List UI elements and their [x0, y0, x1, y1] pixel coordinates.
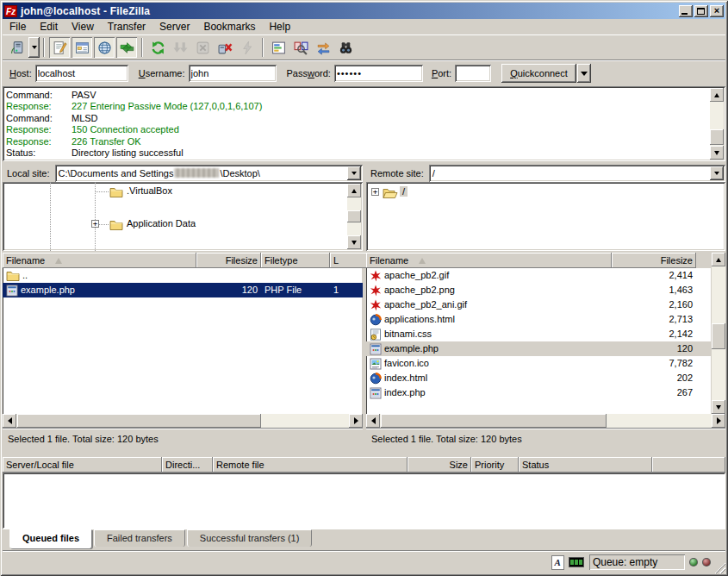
site-manager-icon: [10, 41, 25, 55]
scrollbar-thumb[interactable]: [347, 210, 361, 222]
maximize-button[interactable]: [694, 5, 708, 17]
toolbar-toggle-remote-tree-button[interactable]: [94, 37, 115, 58]
scroll-down-button[interactable]: [347, 235, 361, 249]
scroll-right-button[interactable]: [712, 414, 725, 428]
queue-list[interactable]: [3, 473, 725, 529]
scrollbar-thumb[interactable]: [710, 129, 724, 145]
scroll-down-button[interactable]: [712, 400, 725, 414]
column-header-filesize[interactable]: Filesize: [196, 253, 261, 268]
toolbar-filter-button[interactable]: [268, 37, 289, 58]
toolbar-toggle-queue-button[interactable]: [116, 37, 137, 58]
toolbar-sitemanager-dropdown[interactable]: [28, 37, 40, 58]
tab-successful-transfers-1-[interactable]: Successful transfers (1): [187, 529, 313, 547]
speed-limit-icon[interactable]: [569, 557, 584, 567]
local-tree-scrollbar[interactable]: [347, 184, 361, 249]
combo-dropdown-button[interactable]: [347, 166, 361, 180]
menu-transfer[interactable]: Transfer: [101, 19, 152, 34]
file-size-cell: 202: [612, 371, 696, 385]
file-row[interactable]: apache_pb2.png1,463: [366, 283, 712, 297]
username-input[interactable]: [189, 65, 277, 82]
scroll-up-button[interactable]: [710, 88, 724, 102]
tree-item-root[interactable]: +/: [366, 185, 725, 201]
column-header-priority[interactable]: Priority: [471, 457, 519, 473]
folder-icon: [109, 186, 123, 197]
toolbar-disconnect-button[interactable]: [215, 37, 235, 58]
toolbar-toggle-log-button[interactable]: [49, 37, 70, 58]
column-header-filename[interactable]: Filename: [366, 253, 612, 268]
column-header-directi-[interactable]: Directi...: [162, 457, 213, 473]
remote-file-list[interactable]: apache_pb2.gif2,414apache_pb2.png1,463ap…: [366, 268, 712, 414]
quickconnect-dropdown[interactable]: [577, 64, 591, 83]
toolbar-find-files-button[interactable]: [335, 37, 356, 58]
tree-item--virtualbox[interactable]: .VirtualBox: [3, 184, 363, 200]
menu-view[interactable]: View: [65, 19, 101, 34]
scroll-right-button[interactable]: [349, 414, 363, 428]
toolbar-site-manager-button[interactable]: [7, 37, 28, 58]
menu-server[interactable]: Server: [152, 19, 196, 34]
scroll-left-button[interactable]: [366, 414, 380, 428]
local-directory-tree[interactable]: .VirtualBox+Application DataCookies−Desk…: [3, 182, 363, 251]
remote-site-combo[interactable]: /: [429, 165, 725, 182]
menu-edit[interactable]: Edit: [33, 19, 65, 34]
column-header-blank[interactable]: [652, 457, 725, 473]
menu-help[interactable]: Help: [262, 19, 297, 34]
file-row[interactable]: apache_pb2.gif2,414: [366, 268, 712, 283]
file-row[interactable]: example.php120PHP File1: [3, 283, 363, 297]
toolbar-sync-browse-button[interactable]: [313, 37, 333, 58]
menu-file[interactable]: File: [3, 19, 33, 34]
log-scrollbar[interactable]: [710, 88, 724, 160]
expand-icon[interactable]: +: [91, 220, 99, 228]
file-row[interactable]: applications.html2,713: [366, 312, 712, 327]
column-header-status[interactable]: Status: [519, 457, 652, 473]
expand-icon[interactable]: +: [371, 188, 379, 196]
tab-queued-files[interactable]: Queued files: [9, 529, 92, 548]
tab-failed-transfers[interactable]: Failed transfers: [94, 529, 185, 547]
column-header-server-local-file[interactable]: Server/Local file: [3, 457, 162, 473]
tree-item-application-data[interactable]: +Application Data: [3, 216, 363, 233]
local-status-text: Selected 1 file. Total size: 120 bytes: [3, 428, 363, 450]
file-size-cell: 7,782: [612, 356, 696, 371]
data-type-indicator-icon[interactable]: A: [551, 555, 564, 570]
column-header-filetype[interactable]: Filetype: [261, 253, 330, 268]
local-site-combo[interactable]: C:\Documents and Settings\Desktop\: [55, 165, 363, 182]
scrollbar-thumb[interactable]: [17, 414, 261, 428]
remote-list-scrollbar[interactable]: [712, 253, 725, 414]
remote-list-hscrollbar[interactable]: [366, 414, 725, 428]
local-file-list[interactable]: ..example.php120PHP File1: [3, 268, 363, 414]
file-row[interactable]: ..: [3, 268, 363, 283]
file-row[interactable]: favicon.ico7,782: [366, 356, 712, 371]
scrollbar-thumb[interactable]: [712, 323, 725, 349]
toolbar-compare-button[interactable]: [290, 37, 311, 58]
quickconnect-button[interactable]: Quickconnect: [501, 64, 576, 83]
combo-dropdown-button[interactable]: [710, 166, 724, 180]
column-header-size[interactable]: Size: [408, 457, 471, 473]
toolbar-toggle-local-tree-button[interactable]: [72, 37, 92, 58]
title-bar[interactable]: Fz john@localhost - FileZilla ×: [3, 3, 725, 19]
column-header-filename[interactable]: Filename: [3, 253, 196, 268]
column-header-l[interactable]: L: [330, 253, 367, 268]
file-row[interactable]: index.html202: [366, 371, 712, 385]
toolbar-refresh-button[interactable]: [147, 37, 168, 58]
scroll-up-button[interactable]: [347, 184, 361, 197]
file-size-cell: 2,142: [612, 327, 696, 341]
column-header-remote-file[interactable]: Remote file: [213, 457, 408, 473]
port-input[interactable]: [455, 65, 491, 82]
minimize-button[interactable]: [679, 5, 693, 17]
file-row[interactable]: index.php267: [366, 385, 712, 400]
file-row[interactable]: example.php120: [366, 341, 712, 356]
menu-bookmarks[interactable]: Bookmarks: [196, 19, 262, 34]
scroll-up-button[interactable]: [712, 253, 725, 266]
resize-grip[interactable]: [714, 561, 726, 573]
file-row[interactable]: bitnami.css2,142: [366, 327, 712, 341]
scrollbar-thumb[interactable]: [381, 414, 607, 428]
file-row[interactable]: apache_pb2_ani.gif2,160: [366, 297, 712, 312]
tree-item-cookies[interactable]: Cookies: [3, 249, 363, 251]
column-header-filesize[interactable]: Filesize: [612, 253, 696, 268]
scroll-down-button[interactable]: [710, 146, 724, 160]
remote-directory-tree[interactable]: +/: [366, 182, 725, 251]
scroll-left-button[interactable]: [3, 414, 16, 428]
host-input[interactable]: [35, 65, 128, 82]
password-input[interactable]: [334, 65, 423, 82]
local-list-hscrollbar[interactable]: [3, 414, 363, 428]
close-button[interactable]: ×: [710, 5, 724, 17]
